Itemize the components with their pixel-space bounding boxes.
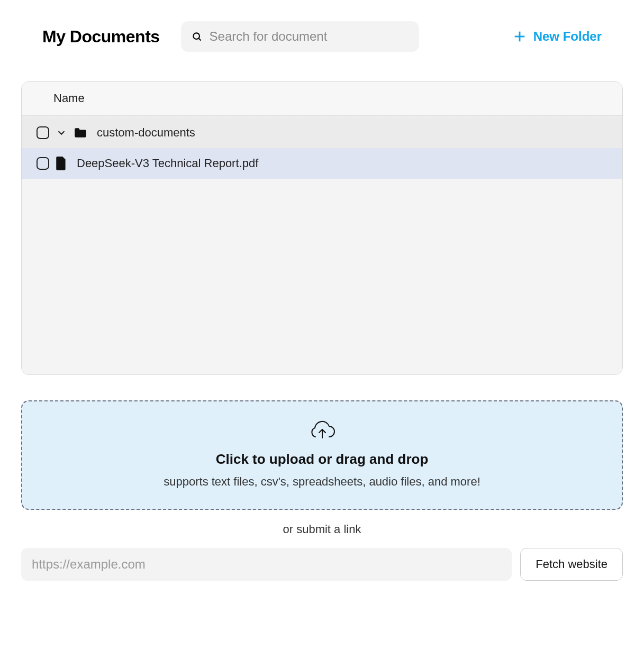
new-folder-label: New Folder xyxy=(533,29,602,44)
table-header: Name xyxy=(22,82,622,115)
chevron-down-icon[interactable] xyxy=(56,127,67,139)
svg-point-0 xyxy=(193,33,199,39)
file-panel: Name custom-documents DeepSeek-V3 Techni… xyxy=(21,81,623,375)
cloud-upload-icon xyxy=(308,419,337,442)
upload-title: Click to upload or drag and drop xyxy=(33,451,611,468)
search-input[interactable] xyxy=(181,21,419,52)
file-panel-empty-area xyxy=(22,179,622,374)
search-wrap xyxy=(181,21,419,52)
row-checkbox[interactable] xyxy=(37,126,49,139)
search-icon xyxy=(192,31,202,42)
upload-subtitle: supports text files, csv's, spreadsheets… xyxy=(33,475,611,489)
row-checkbox[interactable] xyxy=(37,157,49,170)
table-row[interactable]: custom-documents xyxy=(22,117,622,148)
plus-icon xyxy=(512,29,527,44)
row-label: DeepSeek-V3 Technical Report.pdf xyxy=(77,157,258,170)
url-input[interactable] xyxy=(21,548,512,581)
column-header-name: Name xyxy=(53,91,85,105)
new-folder-button[interactable]: New Folder xyxy=(512,29,602,44)
upload-dropzone[interactable]: Click to upload or drag and drop support… xyxy=(21,400,623,510)
folder-icon xyxy=(74,127,87,139)
page-header: My Documents New Folder xyxy=(21,21,623,52)
page-title: My Documents xyxy=(42,27,160,47)
svg-line-1 xyxy=(198,39,201,41)
or-submit-link-text: or submit a link xyxy=(21,523,623,536)
row-label: custom-documents xyxy=(97,126,195,140)
link-submit-row: Fetch website xyxy=(21,548,623,581)
fetch-website-button[interactable]: Fetch website xyxy=(520,548,623,581)
file-icon xyxy=(56,157,67,170)
table-row[interactable]: DeepSeek-V3 Technical Report.pdf xyxy=(22,148,622,179)
